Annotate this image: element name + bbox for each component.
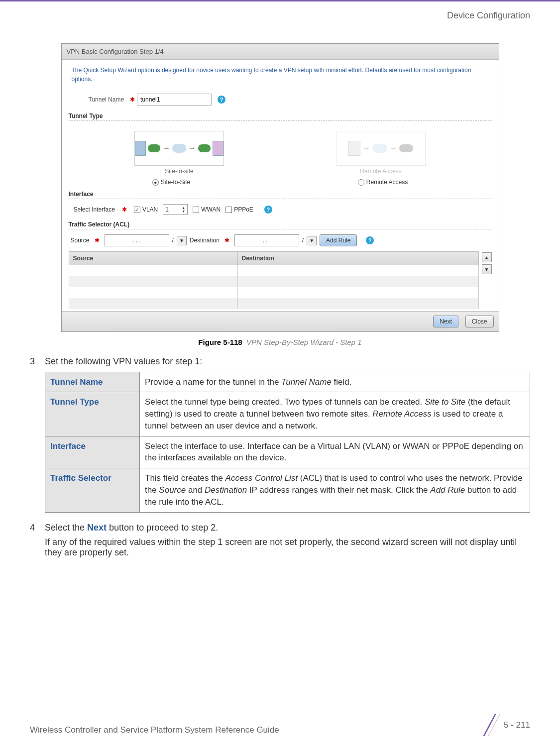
step-number: 3 — [30, 356, 45, 513]
tunnel-type-heading: Tunnel Type — [69, 112, 492, 121]
tunnel-name-input[interactable] — [137, 94, 212, 106]
required-marker: ✱ — [95, 237, 100, 244]
page-number: 5 - 211 — [504, 720, 530, 730]
step-text: Select the Next button to proceed to ste… — [45, 523, 530, 533]
table-row — [69, 287, 478, 298]
table-row: Traffic Selector This field creates the … — [45, 468, 530, 512]
remote-caption: Remote Access — [360, 168, 401, 175]
destination-ip-input[interactable]: . . . — [234, 234, 299, 246]
param-description: This field creates the Access Control Li… — [140, 468, 530, 512]
param-description: Select the interface to use. Interface c… — [140, 436, 530, 468]
radio-remote-access[interactable]: Remote Access — [358, 179, 408, 186]
radio-site-to-site[interactable]: ●Site-to-Site — [152, 179, 190, 186]
site-to-site-icon: →→ — [134, 131, 224, 166]
param-label: Interface — [45, 436, 140, 468]
remote-access-icon: →→ — [336, 131, 426, 166]
table-header-destination[interactable]: Destination — [237, 252, 478, 265]
tunnel-name-row: Tunnel Name ✱ ? — [89, 94, 492, 106]
spinner-down-icon[interactable]: ▼ — [182, 210, 185, 213]
source-label: Source — [71, 237, 90, 244]
move-up-button[interactable]: ▲ — [482, 252, 492, 262]
wizard-screenshot: VPN Basic Configuration Step 1/4 The Qui… — [61, 43, 499, 332]
dropdown-icon[interactable]: ▼ — [307, 236, 317, 245]
step-text: Set the following VPN values for step 1: — [45, 356, 530, 367]
figure-number: Figure 5-118 — [198, 338, 242, 346]
required-marker: ✱ — [224, 237, 229, 244]
interface-heading: Interface — [69, 191, 492, 199]
guide-title: Wireless Controller and Service Platform… — [30, 725, 279, 735]
wizard-description: The Quick Setup Wizard option is designe… — [72, 66, 489, 84]
vlan-checkbox[interactable]: ✓VLAN — [134, 206, 158, 213]
close-button[interactable]: Close — [465, 316, 494, 327]
table-row — [69, 276, 478, 287]
step-3: 3 Set the following VPN values for step … — [30, 356, 530, 513]
source-ip-input[interactable]: . . . — [105, 234, 169, 246]
page-footer: Wireless Controller and Service Platform… — [30, 715, 530, 735]
help-icon[interactable]: ? — [264, 206, 272, 214]
page-header: Device Configuration — [0, 0, 560, 21]
required-marker: ✱ — [130, 96, 135, 103]
acl-table: Source Destination — [69, 251, 479, 309]
next-button[interactable]: Next — [433, 316, 458, 327]
wwan-checkbox[interactable]: WWAN — [193, 206, 221, 213]
figure-container: VPN Basic Configuration Step 1/4 The Qui… — [30, 43, 530, 346]
figure-caption: Figure 5-118 VPN Step-By-Step Wizard - S… — [30, 338, 530, 346]
tunnel-name-label: Tunnel Name — [89, 96, 124, 103]
add-rule-button[interactable]: Add Rule — [320, 234, 357, 246]
dropdown-icon[interactable]: ▼ — [177, 236, 187, 245]
required-marker: ✱ — [122, 206, 127, 213]
table-row — [69, 298, 478, 309]
traffic-selector-heading: Traffic Selector (ACL) — [69, 221, 492, 229]
table-row: Tunnel Type Select the tunnel type being… — [45, 392, 530, 436]
pppoe-checkbox[interactable]: PPPoE — [225, 206, 253, 213]
table-row: Interface Select the interface to use. I… — [45, 436, 530, 468]
step-4: 4 Select the Next button to proceed to s… — [30, 523, 530, 558]
site-caption: Site-to-site — [165, 168, 193, 175]
section-title: Device Configuration — [447, 10, 530, 20]
step-number: 4 — [30, 523, 45, 558]
divider-icon — [486, 715, 502, 735]
param-label: Tunnel Name — [45, 372, 140, 392]
table-header-source[interactable]: Source — [69, 252, 237, 265]
destination-label: Destination — [190, 237, 220, 244]
move-down-button[interactable]: ▼ — [482, 264, 492, 274]
figure-description: VPN Step-By-Step Wizard - Step 1 — [246, 338, 362, 346]
param-label: Traffic Selector — [45, 468, 140, 512]
wizard-title-bar: VPN Basic Configuration Step 1/4 — [62, 44, 499, 60]
step-paragraph: If any of the required values within the… — [45, 537, 530, 558]
tunnel-type-site-option[interactable]: →→ Site-to-site — [134, 131, 224, 175]
param-description: Provide a name for the tunnel in the Tun… — [140, 372, 530, 392]
parameter-table: Tunnel Name Provide a name for the tunne… — [45, 372, 530, 513]
param-description: Select the tunnel type being created. Tw… — [140, 392, 530, 436]
spinner-up-icon[interactable]: ▲ — [182, 206, 185, 210]
table-row — [69, 265, 478, 276]
tunnel-type-remote-option[interactable]: →→ Remote Access — [336, 131, 426, 175]
help-icon[interactable]: ? — [218, 96, 225, 104]
vlan-spinner[interactable]: 1 ▲▼ — [163, 204, 188, 215]
table-row: Tunnel Name Provide a name for the tunne… — [45, 372, 530, 392]
select-interface-label: Select Interface — [74, 206, 115, 213]
param-label: Tunnel Type — [45, 392, 140, 436]
help-icon[interactable]: ? — [366, 236, 374, 244]
